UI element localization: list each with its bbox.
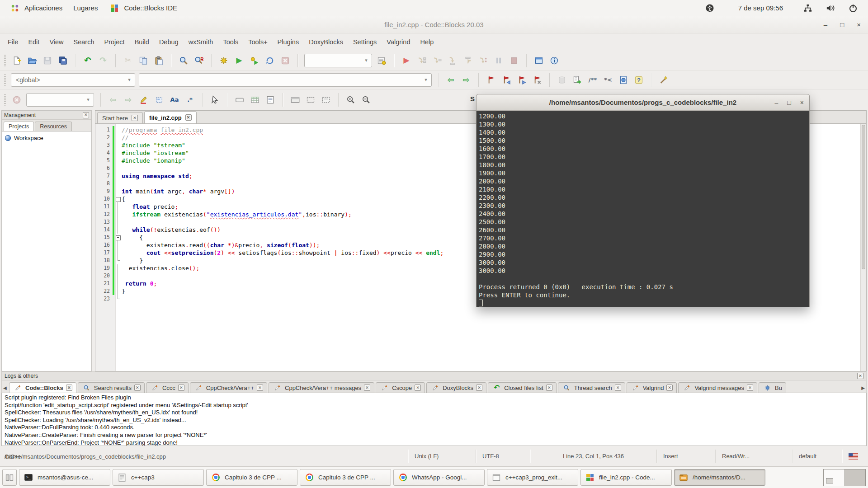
undo-button[interactable]: ↶ — [81, 54, 94, 67]
toolbar-grip[interactable] — [4, 94, 6, 106]
taskbar-button-6[interactable]: c++cap3_prog_exit... — [487, 469, 578, 486]
step-into-button[interactable] — [446, 54, 459, 67]
taskbar-button-1[interactable]: >_msantos@asus-ce... — [19, 469, 110, 486]
wxsmith-panel-widget[interactable] — [288, 93, 302, 107]
build-button[interactable] — [217, 54, 231, 67]
terminal-titlebar[interactable]: /home/msantos/Documentos/progs_c_codeblo… — [476, 94, 809, 111]
close-icon[interactable]: ✕ — [364, 385, 370, 391]
line-number[interactable]: 8 — [95, 180, 113, 188]
line-number[interactable]: 16 — [95, 241, 113, 249]
close-icon[interactable]: ✕ — [185, 114, 192, 121]
chevron-down-icon[interactable]: ▾ — [83, 94, 94, 106]
close-icon[interactable]: ✕ — [666, 385, 673, 391]
log-tab-cppcheck-vera-[interactable]: CppCheck/Vera++✕ — [190, 382, 267, 393]
build-and-run-button[interactable] — [248, 54, 261, 67]
menu-debug[interactable]: Debug — [154, 36, 184, 48]
line-number[interactable]: 17 — [95, 249, 113, 257]
doxyblocks-extract-button[interactable] — [571, 73, 584, 87]
close-icon[interactable]: ✕ — [134, 385, 141, 391]
menu-search[interactable]: Search — [69, 36, 99, 48]
zoom-in-button[interactable] — [344, 93, 358, 107]
maximize-button[interactable]: □ — [840, 21, 844, 28]
highlight-occurrences-button[interactable] — [137, 93, 151, 107]
line-number[interactable]: 3 — [95, 141, 113, 149]
fold-margin[interactable] — [114, 195, 122, 203]
log-tab-closed-files-list[interactable]: ↶Closed files list✕ — [488, 382, 557, 393]
line-number[interactable]: 21 — [95, 280, 113, 287]
menu-file[interactable]: File — [3, 36, 23, 48]
tab-resources[interactable]: Resources — [35, 122, 72, 131]
close-button[interactable]: × — [800, 99, 804, 106]
menu-view[interactable]: View — [44, 36, 68, 48]
wxsmith-frame-widget[interactable] — [304, 93, 317, 107]
menu-settings[interactable]: Settings — [348, 36, 382, 48]
line-number[interactable]: 4 — [95, 149, 113, 157]
wxsmith-button-widget[interactable] — [233, 93, 246, 107]
stop-debugger-button[interactable] — [507, 54, 521, 67]
regex-search-button[interactable]: .* — [183, 93, 197, 107]
redo-button[interactable]: ↷ — [96, 54, 110, 67]
log-tab-search-results[interactable]: Search results✕ — [78, 382, 145, 393]
network-icon[interactable] — [801, 1, 815, 15]
close-icon[interactable]: ✕ — [747, 385, 753, 391]
menu-build[interactable]: Build — [130, 36, 154, 48]
doxyblocks-extract-all-button[interactable] — [555, 73, 569, 87]
taskbar-button-5[interactable]: WhatsApp - Googl... — [393, 469, 485, 486]
log-tab-valgrind-messages[interactable]: Valgrind messages✕ — [678, 382, 757, 393]
find-button[interactable] — [177, 54, 190, 67]
power-icon[interactable] — [846, 1, 860, 15]
menu-tools[interactable]: Tools — [218, 36, 243, 48]
debugging-windows-button[interactable] — [532, 54, 546, 67]
tab-scroll-left-icon[interactable]: ◀ — [3, 385, 7, 390]
match-case-button[interactable]: Aa — [168, 93, 181, 107]
break-debugger-button[interactable] — [492, 54, 505, 67]
line-number[interactable]: 14 — [95, 226, 113, 234]
open-file-button[interactable] — [25, 54, 39, 67]
close-button[interactable]: × — [857, 21, 861, 28]
editor-tab-start-here[interactable]: Start here✕ — [97, 112, 143, 123]
close-icon[interactable]: ✕ — [178, 385, 184, 391]
line-number[interactable]: 2 — [95, 134, 113, 141]
chevron-down-icon[interactable]: ▾ — [124, 74, 135, 86]
menu-wxsmith[interactable]: wxSmith — [184, 36, 218, 48]
line-number[interactable]: 11 — [95, 203, 113, 211]
menu-doxyblocks[interactable]: DoxyBlocks — [304, 36, 348, 48]
zoom-out-button[interactable] — [359, 93, 373, 107]
abort-build-button[interactable] — [278, 54, 292, 67]
wxsmith-dialog-widget[interactable] — [319, 93, 333, 107]
line-number[interactable]: 23 — [95, 295, 113, 303]
terminal-output[interactable]: 1200.001300.001400.001500.001600.001700.… — [476, 111, 809, 307]
selected-text-only-button[interactable] — [152, 93, 166, 107]
tree-item-workspace[interactable]: Workspace — [5, 135, 88, 141]
doxyblocks-block-comment-button[interactable]: /** — [586, 73, 599, 87]
search-next-button[interactable]: ⇨ — [122, 93, 135, 107]
menu-plugins[interactable]: Plugins — [273, 36, 304, 48]
editor-scrollbar[interactable] — [860, 124, 866, 371]
editor-tab-file-in2-cpp[interactable]: file_in2.cpp✕ — [144, 111, 197, 123]
next-line-button[interactable] — [430, 54, 444, 67]
workspace-1[interactable] — [824, 469, 844, 486]
paste-button[interactable] — [152, 54, 165, 67]
close-icon[interactable]: ✕ — [415, 385, 421, 391]
tab-scroll-right-icon[interactable]: ▶ — [861, 385, 865, 390]
debug-continue-button[interactable]: ▶ — [400, 54, 413, 67]
goto-next-position-button[interactable]: ⇨ — [459, 73, 473, 87]
panel-splitter[interactable] — [92, 110, 95, 371]
menu-valgrind[interactable]: Valgrind — [382, 36, 415, 48]
cut-button[interactable]: ✂ — [121, 54, 135, 67]
show-desktop-button[interactable] — [2, 469, 17, 486]
taskbar-button-7[interactable]: file_in2.cpp - Code... — [580, 469, 672, 486]
clear-incremental-search-button[interactable] — [10, 93, 24, 107]
goto-previous-position-button[interactable]: ⇦ — [444, 73, 458, 87]
workspace-2[interactable] — [844, 469, 865, 486]
scrollbar-thumb[interactable] — [862, 125, 865, 269]
close-icon[interactable]: ✕ — [257, 385, 263, 391]
menu-edit[interactable]: Edit — [23, 36, 44, 48]
show-build-targets-button[interactable] — [375, 54, 388, 67]
line-number[interactable]: 5 — [95, 157, 113, 164]
line-number[interactable]: 12 — [95, 211, 113, 218]
log-tab-cccc[interactable]: Cccc✕ — [146, 382, 189, 393]
line-number[interactable]: 13 — [95, 218, 113, 226]
replace-button[interactable]: R — [192, 54, 206, 67]
taskbar-button-3[interactable]: Capitulo 3 de CPP ... — [206, 469, 297, 486]
